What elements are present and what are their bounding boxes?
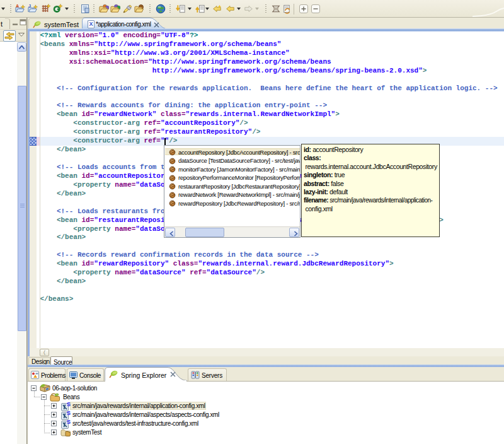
- svg-text:A: A: [16, 4, 19, 9]
- svg-text:J: J: [28, 4, 31, 9]
- svg-text:S: S: [67, 419, 71, 425]
- svg-text:S: S: [67, 402, 71, 407]
- svg-text:S: S: [67, 411, 71, 416]
